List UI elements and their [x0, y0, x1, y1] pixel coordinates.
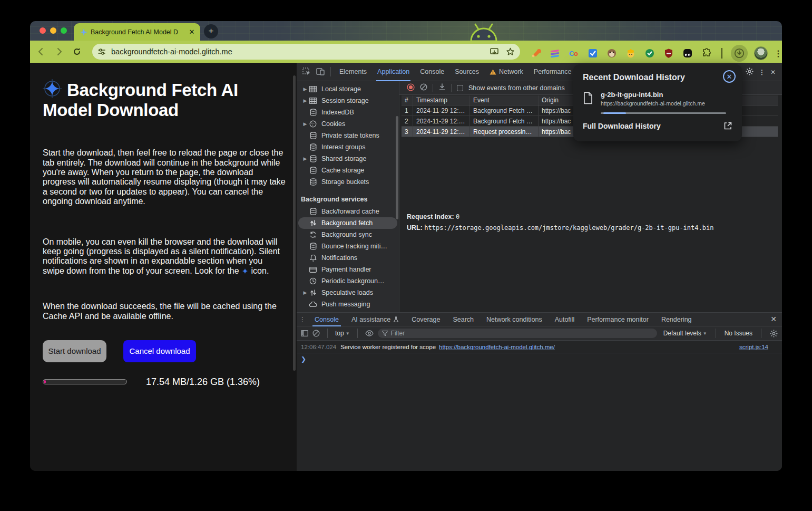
devtools-menu-icon[interactable]: ⋮ [759, 69, 765, 76]
devtools-close-icon[interactable]: ✕ [770, 69, 776, 76]
sidebar-item-background-fetch[interactable]: Background fetch [298, 217, 397, 229]
show-events-label: Show events from other domains [468, 84, 565, 92]
drawer-tab-performance-monitor[interactable]: Performance monitor [581, 313, 655, 326]
sidebar-item-session-storage[interactable]: ▶Session storage [298, 95, 397, 107]
console-prompt[interactable]: ❯ [297, 353, 782, 365]
devtools-settings-icon[interactable] [746, 68, 754, 77]
full-download-history-link[interactable]: Full Download History [583, 122, 723, 130]
context-selector[interactable]: top▼ [335, 330, 350, 337]
external-link-icon[interactable] [723, 121, 732, 130]
ext-icon-1[interactable] [530, 47, 542, 60]
sidebar-scrollbar[interactable] [396, 116, 398, 219]
close-window-button[interactable] [40, 27, 46, 34]
send-to-device-icon[interactable] [490, 48, 500, 56]
sidebar-item-periodic-background-sync[interactable]: Periodic backgroun… [298, 275, 397, 287]
mobile-paragraph: On mobile, you can even kill the browser… [43, 237, 286, 276]
start-download-button[interactable]: Start download [43, 340, 106, 362]
downloads-progress-button[interactable] [731, 45, 748, 62]
sidebar-item-bounce-tracking[interactable]: Bounce tracking miti… [298, 240, 397, 252]
issues-counter[interactable]: No Issues [725, 330, 752, 337]
reload-icon[interactable] [70, 45, 84, 59]
save-events-icon[interactable] [438, 83, 446, 92]
cancel-download-button[interactable]: Cancel download [123, 340, 196, 362]
ext-icon-2[interactable] [549, 47, 561, 60]
profile-avatar[interactable] [754, 46, 768, 60]
show-events-checkbox[interactable] [457, 85, 463, 91]
tab-close-icon[interactable]: ✕ [188, 28, 196, 36]
sidebar-item-local-storage[interactable]: ▶Local storage [298, 83, 397, 95]
sidebar-item-storage-buckets[interactable]: Storage buckets [298, 176, 397, 188]
bookmark-star-icon[interactable] [506, 47, 515, 56]
popup-close-icon[interactable]: ✕ [723, 70, 736, 83]
sidebar-item-speculative-loads[interactable]: ▶Speculative loads [298, 287, 397, 298]
drawer-tab-rendering[interactable]: Rendering [655, 313, 698, 326]
window-controls [40, 27, 67, 34]
clear-icon[interactable] [420, 83, 427, 92]
tab-sources[interactable]: Sources [449, 63, 484, 81]
device-toolbar-icon[interactable] [314, 66, 327, 77]
console-settings-icon[interactable] [770, 330, 778, 338]
record-icon[interactable] [407, 83, 415, 93]
browser-menu-icon[interactable]: ⋮ [774, 52, 781, 55]
col-timestamp[interactable]: Timestamp [413, 95, 470, 105]
url-bar[interactable]: backgroundfetch-ai-model.glitch.me [92, 44, 520, 60]
sidebar-item-cache-storage[interactable]: Cache storage [298, 165, 397, 176]
ext-icon-8[interactable] [662, 47, 675, 60]
ext-icon-7[interactable] [643, 47, 656, 60]
extensions-puzzle-icon[interactable] [700, 47, 713, 60]
sidebar-item-background-sync[interactable]: Background sync [298, 229, 397, 240]
live-expression-icon[interactable] [365, 330, 374, 336]
sidebar-item-indexeddb[interactable]: IndexedDB [298, 107, 397, 118]
download-item[interactable]: g-2b-it-gpu-int4.bin https://backgroundf… [583, 91, 732, 114]
drawer-menu-icon[interactable]: ⋮ [297, 316, 308, 323]
tab-elements[interactable]: Elements [334, 63, 372, 81]
ext-icon-3[interactable]: Co [568, 47, 580, 60]
drawer-tab-ai-assistance[interactable]: AI assistance [345, 313, 405, 326]
log-source-link[interactable]: script.js:14 [739, 344, 768, 350]
sidebar-item-push-messaging[interactable]: Push messaging [298, 298, 397, 310]
minimize-window-button[interactable] [50, 27, 56, 34]
ext-icon-5[interactable] [605, 47, 618, 60]
log-scope-link[interactable]: https://backgroundfetch-ai-model.glitch.… [439, 344, 555, 350]
ext-icon-4[interactable] [586, 47, 599, 60]
sidebar-item-back-forward-cache[interactable]: Back/forward cache [298, 206, 397, 217]
drawer-tab-network-conditions[interactable]: Network conditions [480, 313, 549, 326]
new-tab-button[interactable]: + [204, 24, 218, 38]
maximize-window-button[interactable] [61, 27, 67, 34]
drawer-tab-coverage[interactable]: Coverage [405, 313, 446, 326]
console-sidebar-icon[interactable] [301, 330, 308, 336]
url-text: backgroundfetch-ai-model.glitch.me [111, 47, 484, 56]
tab-network[interactable]: Network [484, 63, 529, 81]
inspect-element-icon[interactable] [300, 66, 314, 77]
log-levels-selector[interactable]: Default levels▼ [663, 330, 707, 337]
sidebar-item-interest-groups[interactable]: Interest groups [298, 141, 397, 153]
tab-performance[interactable]: Performance [529, 63, 577, 81]
svg-text:o: o [574, 50, 578, 57]
table-cell: Background Fetch … [470, 116, 539, 126]
drawer-tab-console[interactable]: Console [308, 313, 345, 326]
ext-icon-9[interactable] [681, 47, 694, 60]
ext-icon-6[interactable] [624, 47, 637, 60]
tab-application[interactable]: Application [372, 63, 415, 81]
col-num[interactable]: # [402, 95, 413, 105]
sidebar-item-payment-handler[interactable]: Payment handler [298, 264, 397, 275]
console-filter-input[interactable]: Filter [378, 329, 657, 338]
back-icon[interactable] [34, 45, 48, 59]
drawer-tab-autofill[interactable]: Autofill [549, 313, 581, 326]
intro-paragraph: Start the download, then feel free to re… [43, 148, 286, 206]
site-settings-icon[interactable] [97, 48, 106, 55]
col-event[interactable]: Event [470, 95, 539, 105]
browser-tab[interactable]: Background Fetch AI Model D ✕ [74, 23, 200, 41]
tab-strip: Background Fetch AI Model D ✕ + [30, 21, 782, 41]
drawer-tab-search[interactable]: Search [446, 313, 480, 326]
sidebar-item-private-state-tokens[interactable]: Private state tokens [298, 130, 397, 141]
sidebar-item-cookies[interactable]: ▶Cookies [298, 118, 397, 130]
forward-icon[interactable] [52, 45, 66, 59]
sidebar-item-notifications[interactable]: Notifications [298, 252, 397, 264]
drawer-close-icon[interactable]: ✕ [770, 315, 777, 323]
tab-console[interactable]: Console [415, 63, 449, 81]
page-scrollbar[interactable] [293, 75, 296, 371]
download-progress-bar [43, 379, 127, 384]
clear-console-icon[interactable] [312, 330, 320, 337]
sidebar-item-shared-storage[interactable]: ▶Shared storage [298, 153, 397, 165]
